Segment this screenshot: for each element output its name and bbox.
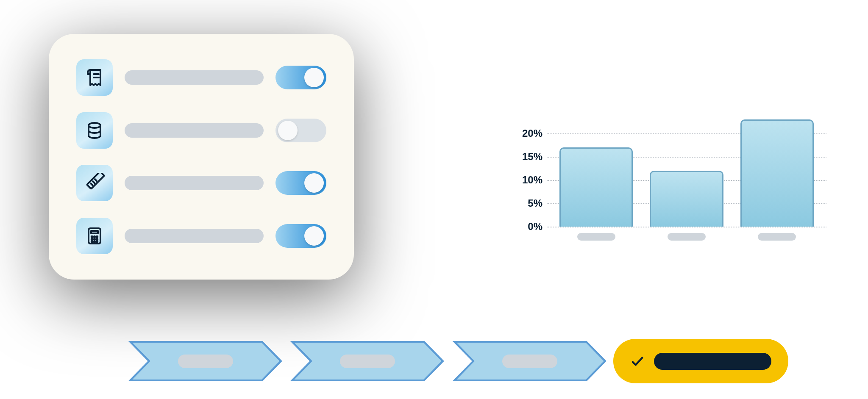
toggle-knob: [304, 226, 324, 246]
chart-y-tick: 5%: [513, 197, 542, 209]
svg-point-11: [94, 241, 95, 242]
svg-point-8: [94, 239, 95, 240]
ruler-icon: [76, 165, 113, 201]
chart-y-tick: 20%: [513, 127, 542, 139]
process-step[interactable]: [289, 339, 446, 383]
toggle-knob: [304, 68, 324, 87]
receipt-icon: [76, 59, 113, 96]
settings-row-label: [125, 229, 264, 243]
chart-x-labels: [547, 233, 826, 241]
svg-point-0: [89, 123, 100, 128]
calculator-icon: [76, 218, 113, 254]
process-flow: [127, 339, 788, 383]
svg-point-10: [92, 241, 92, 242]
settings-panel-shadow: [49, 34, 354, 280]
toggle-calculator[interactable]: [275, 224, 326, 248]
chart-bar: [650, 171, 723, 227]
chart-y-tick: 10%: [513, 174, 542, 186]
chart-bar: [740, 119, 814, 227]
settings-row-label: [125, 176, 264, 190]
chart-bar-column: [740, 110, 814, 227]
process-step-label: [178, 355, 233, 368]
chart-plot-area: [547, 110, 826, 227]
process-step-label: [340, 355, 395, 368]
settings-row: [76, 165, 326, 201]
chart-bar: [559, 147, 633, 227]
settings-row-label: [125, 123, 264, 138]
toggle-ruler[interactable]: [275, 171, 326, 195]
settings-row: [76, 218, 326, 254]
chart-y-tick: 0%: [513, 221, 542, 233]
settings-panel: [49, 34, 354, 280]
process-step[interactable]: [451, 339, 608, 383]
svg-point-12: [97, 241, 97, 242]
svg-rect-3: [91, 231, 98, 233]
process-step-final[interactable]: [613, 339, 788, 383]
chart-bars: [547, 110, 826, 227]
svg-point-6: [97, 236, 97, 237]
chart-bar-column: [559, 110, 633, 227]
svg-point-4: [92, 236, 92, 237]
chart-bar-column: [650, 110, 723, 227]
svg-point-5: [94, 236, 95, 237]
check-icon: [630, 354, 645, 369]
toggle-database[interactable]: [275, 119, 326, 142]
process-step[interactable]: [127, 339, 284, 383]
toggle-receipt[interactable]: [275, 66, 326, 89]
chart-x-label: [668, 233, 706, 241]
process-step-label: [502, 355, 557, 368]
settings-row-label: [125, 70, 264, 85]
database-icon: [76, 112, 113, 149]
toggle-knob: [278, 121, 298, 140]
svg-point-7: [92, 239, 92, 240]
settings-row: [76, 112, 326, 149]
toggle-knob: [304, 173, 324, 193]
settings-row: [76, 59, 326, 96]
chart-x-label: [577, 233, 615, 241]
process-final-label: [654, 353, 771, 370]
bar-chart: 0%5%10%15%20%: [513, 110, 826, 254]
chart-x-label: [758, 233, 796, 241]
chart-gridline: [547, 227, 826, 227]
chart-y-tick: 15%: [513, 151, 542, 163]
svg-point-9: [97, 239, 97, 240]
